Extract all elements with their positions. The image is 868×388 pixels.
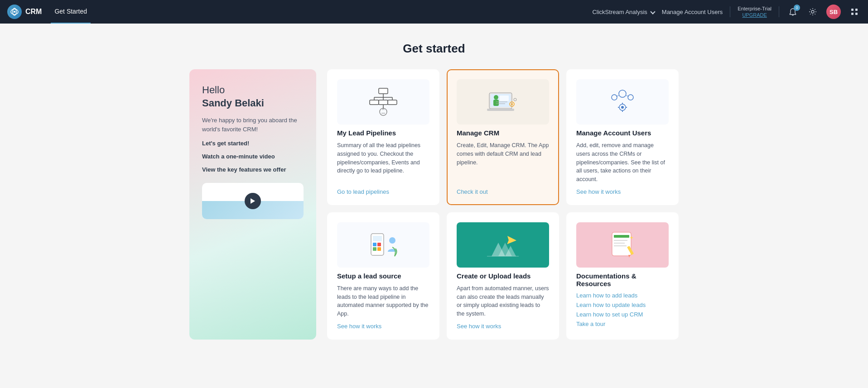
watch-video-link[interactable]: Watch a one-minute video xyxy=(202,153,304,160)
lets-get-started-text: Let's get started! xyxy=(202,140,304,147)
notifications-button[interactable]: 0 xyxy=(786,5,799,18)
svg-rect-48 xyxy=(373,247,376,251)
docs-link-3[interactable]: Take a tour xyxy=(576,321,669,327)
card-lead-pipelines: My Lead Pipelines Summary of all the lea… xyxy=(327,69,439,205)
card-title: Setup a lead source xyxy=(337,272,429,280)
manage-account-users-link[interactable]: Manage Account Users xyxy=(662,9,723,15)
svg-rect-16 xyxy=(388,100,397,105)
card-image-docs xyxy=(576,222,669,268)
hello-description: We're happy to bring you aboard the worl… xyxy=(202,116,304,134)
card-title: My Lead Pipelines xyxy=(337,129,429,137)
app-logo[interactable]: CRM xyxy=(7,5,42,19)
card-desc: Apart from automated manner, users can a… xyxy=(457,284,549,318)
svg-point-34 xyxy=(612,95,617,100)
svg-rect-8 xyxy=(379,88,388,94)
main-content: Get started Hello Sandy Belaki We're hap… xyxy=(162,24,706,358)
cards-grid: My Lead Pipelines Summary of all the lea… xyxy=(327,69,679,340)
logo-icon xyxy=(7,5,22,19)
card-image-crm xyxy=(457,79,549,125)
card-desc: Add, edit, remove and manage users acros… xyxy=(576,141,669,184)
svg-point-3 xyxy=(811,10,814,13)
card-image-source xyxy=(337,222,429,268)
svg-rect-32 xyxy=(500,96,509,101)
svg-rect-46 xyxy=(373,243,376,246)
card-image-pipeline xyxy=(337,79,429,125)
svg-point-25 xyxy=(494,95,498,100)
card-image-users xyxy=(576,79,669,125)
card-upload-leads: Create or Upload leads Apart from automa… xyxy=(447,212,559,340)
hello-card: Hello Sandy Belaki We're happy to bring … xyxy=(189,69,316,340)
navbar: CRM Get Started ClickStream Analysis Man… xyxy=(0,0,868,24)
notification-badge: 0 xyxy=(794,5,800,11)
svg-rect-49 xyxy=(377,247,381,251)
svg-rect-57 xyxy=(614,235,629,238)
card-link[interactable]: See how it works xyxy=(457,323,549,330)
svg-rect-26 xyxy=(493,100,499,106)
card-manage-crm: Manage CRM Create, Edit, Manage CRM. The… xyxy=(447,69,559,205)
play-button[interactable] xyxy=(245,193,261,209)
nav-divider xyxy=(730,6,730,17)
svg-point-35 xyxy=(628,95,633,100)
card-title: Manage CRM xyxy=(457,129,549,137)
docs-link-2[interactable]: Learn how to set up CRM xyxy=(576,311,669,318)
svg-point-17 xyxy=(380,108,387,115)
docs-links: Learn how to add leads Learn how to upda… xyxy=(576,292,669,327)
card-link[interactable]: See how it works xyxy=(576,188,669,195)
card-docs: Documentations & Resources Learn how to … xyxy=(566,212,679,340)
nav-right: ClickStream Analysis Manage Account User… xyxy=(592,5,861,19)
svg-rect-45 xyxy=(373,236,382,241)
card-link[interactable]: Check it out xyxy=(457,188,549,195)
chevron-down-icon xyxy=(650,9,655,14)
card-desc: There are many ways to add the leads to … xyxy=(337,284,429,318)
docs-link-0[interactable]: Learn how to add leads xyxy=(576,292,669,299)
nav-tab-get-started[interactable]: Get Started xyxy=(51,0,91,24)
card-link[interactable]: Go to lead pipelines xyxy=(337,188,429,195)
grid-menu-button[interactable] xyxy=(848,5,861,18)
svg-point-2 xyxy=(14,11,15,13)
content-area: Hello Sandy Belaki We're happy to bring … xyxy=(189,69,679,340)
svg-rect-14 xyxy=(370,100,379,105)
svg-rect-7 xyxy=(855,13,858,15)
app-name: CRM xyxy=(25,8,42,16)
upgrade-link[interactable]: UPGRADE xyxy=(738,12,772,18)
video-thumbnail[interactable] xyxy=(202,183,304,219)
svg-point-39 xyxy=(621,106,624,109)
greeting-text: Hello Sandy Belaki xyxy=(202,84,304,110)
view-features-link[interactable]: View the key features we offer xyxy=(202,166,304,173)
svg-rect-15 xyxy=(379,100,388,105)
svg-rect-47 xyxy=(377,243,381,246)
nav-divider-2 xyxy=(779,6,779,17)
svg-point-28 xyxy=(511,103,513,105)
card-title: Create or Upload leads xyxy=(457,272,549,280)
svg-rect-6 xyxy=(851,13,854,15)
trial-badge: Enterprise-Trial UPGRADE xyxy=(738,5,772,19)
svg-marker-62 xyxy=(628,255,630,258)
page-title: Get started xyxy=(189,42,679,56)
svg-point-50 xyxy=(389,237,395,244)
docs-link-1[interactable]: Learn how to update leads xyxy=(576,302,669,308)
card-image-upload xyxy=(457,222,549,268)
svg-rect-5 xyxy=(855,9,858,11)
clickstream-analysis-link[interactable]: ClickStream Analysis xyxy=(592,9,654,15)
card-title: Manage Account Users xyxy=(576,129,669,137)
card-title: Documentations & Resources xyxy=(576,272,669,287)
svg-point-33 xyxy=(619,90,626,97)
card-desc: Summary of all the lead pipelines assign… xyxy=(337,141,429,184)
user-name: Sandy Belaki xyxy=(202,97,264,109)
svg-rect-4 xyxy=(851,9,854,11)
card-manage-users: Manage Account Users Add, edit, remove a… xyxy=(566,69,679,205)
avatar[interactable]: SB xyxy=(826,5,841,19)
svg-rect-24 xyxy=(487,109,514,111)
card-desc: Create, Edit, Manage CRM. The App comes … xyxy=(457,141,549,184)
card-lead-source: Setup a lead source There are many ways … xyxy=(327,212,439,340)
settings-button[interactable] xyxy=(806,5,819,18)
svg-point-29 xyxy=(514,98,516,101)
card-link[interactable]: See how it works xyxy=(337,323,429,330)
